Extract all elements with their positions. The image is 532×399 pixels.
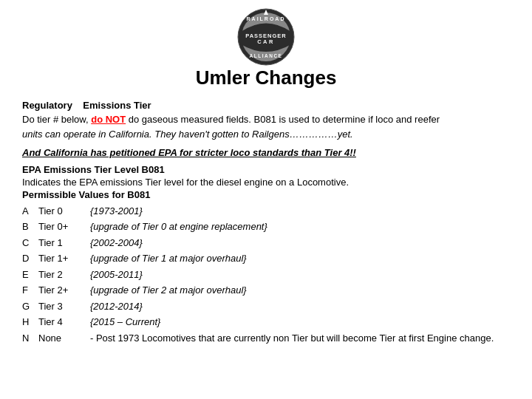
tier-row: C Tier 1 {2002-2004}: [22, 235, 510, 250]
tier-name: Tier 1: [38, 235, 90, 250]
tier-letter: E: [22, 267, 38, 282]
tier-row: G Tier 3 {2012-2014}: [22, 299, 510, 314]
svg-text:ALLIANCE: ALLIANCE: [250, 53, 283, 58]
tier-row: F Tier 2+ {upgrade of Tier 2 at major ov…: [22, 282, 510, 298]
tier-years: {upgrade of Tier 1 at major overhaul}: [90, 250, 247, 266]
tier-note: - Post 1973 Locomotives that are current…: [90, 330, 494, 346]
tier-row: B Tier 0+ {upgrade of Tier 0 at engine r…: [22, 219, 510, 234]
tier-letter: H: [22, 314, 38, 330]
svg-text:CAR: CAR: [257, 38, 275, 45]
svg-text:RAILROAD: RAILROAD: [247, 16, 286, 21]
page-title: Umler Changes: [196, 66, 337, 89]
tier-years: {2005-2011}: [90, 267, 143, 282]
tier-name: Tier 0+: [38, 219, 90, 234]
intro-paragraph: Do tier # below, do NOT do gaseous measu…: [22, 112, 510, 141]
tier-name: Tier 2+: [38, 282, 90, 298]
epa-title: EPA Emissions Tier Level B081: [22, 164, 510, 175]
tier-name: Tier 4: [38, 314, 90, 330]
tier-years: {2012-2014}: [90, 299, 143, 314]
california-note: And California has petitioned EPA for st…: [22, 147, 510, 158]
tier-letter: G: [22, 299, 38, 314]
tier-letter: C: [22, 235, 38, 250]
tier-years: {1973-2001}: [90, 203, 143, 219]
tier-letter: D: [22, 250, 38, 266]
epa-section: EPA Emissions Tier Level B081 Indicates …: [22, 164, 510, 346]
do-not-text: do NOT: [91, 114, 126, 125]
regulatory-header: Regulatory Emissions Tier: [22, 100, 510, 111]
tier-years: {2015 – Current}: [90, 314, 160, 330]
tier-letter: A: [22, 203, 38, 219]
intro-line1-pre: Do tier # below,: [22, 114, 91, 125]
tier-name: Tier 3: [38, 299, 90, 314]
tier-letter: N: [22, 330, 38, 346]
logo: RAILROAD ALLIANCE PASSENGER CAR: [229, 7, 303, 66]
tier-name: Tier 1+: [38, 250, 90, 266]
tier-row: N None - Post 1973 Locomotives that are …: [22, 330, 510, 346]
epa-description: Indicates the EPA emissions Tier level f…: [22, 177, 510, 188]
tier-years: {2002-2004}: [90, 235, 143, 250]
intro-line2: units can operate in California. They ha…: [22, 129, 353, 140]
tier-years: {upgrade of Tier 2 at major overhaul}: [90, 282, 247, 298]
tier-years: {upgrade of Tier 0 at engine replacement…: [90, 219, 267, 234]
permissible-title: Permissible Values for B081: [22, 189, 510, 200]
tier-row: A Tier 0 {1973-2001}: [22, 203, 510, 219]
tier-table: A Tier 0 {1973-2001} B Tier 0+ {upgrade …: [22, 203, 510, 346]
tier-name: Tier 2: [38, 267, 90, 282]
tier-row: H Tier 4 {2015 – Current}: [22, 314, 510, 330]
tier-row: D Tier 1+ {upgrade of Tier 1 at major ov…: [22, 250, 510, 266]
tier-letter: B: [22, 219, 38, 234]
tier-row: E Tier 2 {2005-2011}: [22, 267, 510, 282]
tier-name: Tier 0: [38, 203, 90, 219]
tier-name: None: [38, 330, 90, 346]
page-header: RAILROAD ALLIANCE PASSENGER CAR Umler Ch…: [22, 7, 510, 95]
tier-letter: F: [22, 282, 38, 298]
intro-line1-post: do gaseous measured fields. B081 is used…: [126, 114, 440, 125]
logo-icon: RAILROAD ALLIANCE PASSENGER CAR: [229, 7, 303, 66]
